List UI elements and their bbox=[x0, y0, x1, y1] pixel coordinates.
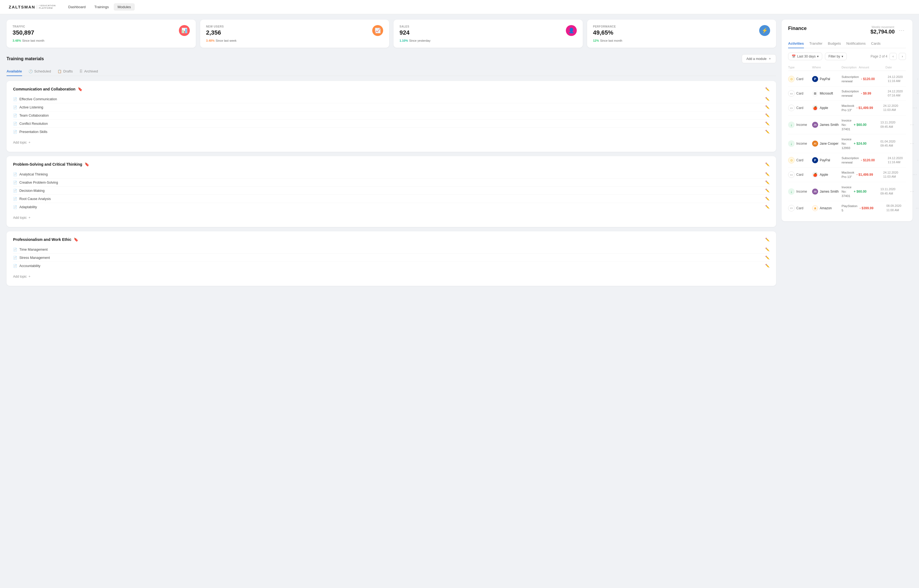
col-amount: Amount bbox=[859, 66, 883, 69]
logo: ZALTSMAN / EDUCATION PLATFORM bbox=[9, 5, 56, 10]
tx-more-button[interactable]: ··· bbox=[913, 105, 919, 110]
add-module-button[interactable]: Add a module ＋ bbox=[742, 54, 776, 63]
topic-edit-icon[interactable]: ✏️ bbox=[765, 197, 770, 201]
stats-row: TRAFFIC 350,897 📊 3.48% Since last month… bbox=[6, 19, 776, 48]
topic-edit-icon[interactable]: ✏️ bbox=[765, 130, 770, 134]
table-row: ▭ Card 🍎 Apple Macbook Pro 13" - $1,499.… bbox=[788, 101, 906, 115]
tx-more-button[interactable]: ··· bbox=[917, 77, 919, 81]
tx-date: 01.04.202009:45 AM bbox=[880, 139, 908, 148]
table-row: ↓ Income JC Jane Cooper Invoice No: 1299… bbox=[788, 134, 906, 153]
chevron-down-icon-2: ▾ bbox=[841, 55, 843, 58]
nav-trainings[interactable]: Trainings bbox=[91, 3, 113, 11]
topic-edit-icon[interactable]: ✏️ bbox=[765, 172, 770, 176]
tx-where: a Amazon bbox=[812, 205, 840, 211]
avatar: JS bbox=[812, 189, 818, 195]
tx-more-button[interactable]: ··· bbox=[917, 91, 919, 96]
nav-modules[interactable]: Modules bbox=[114, 3, 135, 11]
filter-by-button[interactable]: Filter by ▾ bbox=[825, 53, 847, 60]
topic-edit-icon[interactable]: ✏️ bbox=[765, 105, 770, 109]
bookmark-icon-0[interactable]: 🔖 bbox=[78, 87, 83, 91]
plus-icon: ＋ bbox=[28, 274, 31, 279]
add-topic-button-1[interactable]: Add topic ＋ bbox=[13, 214, 31, 221]
tx-where-name: James Smith bbox=[820, 123, 838, 127]
topic-edit-icon[interactable]: ✏️ bbox=[765, 247, 770, 252]
bookmark-icon-1[interactable]: 🔖 bbox=[84, 162, 89, 166]
finance-tabs: Activities Transfer Budgets Notification… bbox=[788, 39, 906, 48]
tx-type: ↓ Income bbox=[788, 141, 810, 147]
paypal-icon: P bbox=[812, 76, 818, 82]
tx-type: ▭ Card bbox=[788, 90, 810, 97]
stat-change-label-users: Since last week bbox=[216, 39, 237, 42]
tx-where: JS James Smith bbox=[812, 189, 840, 195]
edit-icon-0[interactable]: ✏️ bbox=[765, 87, 770, 91]
right-panel: Finance Weekly movement: $2,794.00 ··· A… bbox=[781, 19, 913, 290]
tx-more-button[interactable]: ··· bbox=[916, 206, 919, 211]
prev-page-button[interactable]: ‹ bbox=[890, 53, 896, 60]
topic-edit-icon[interactable]: ✏️ bbox=[765, 121, 770, 126]
finance-tab-notifications[interactable]: Notifications bbox=[846, 39, 866, 48]
finance-tab-activities[interactable]: Activities bbox=[788, 39, 804, 48]
tx-type: ▭ Card bbox=[788, 171, 810, 178]
topic-item: 📄Analytical Thinking ✏️ bbox=[13, 170, 770, 178]
tx-amount: + $60.00 bbox=[854, 123, 878, 127]
topic-item: 📄Time Management ✏️ bbox=[13, 246, 770, 254]
tx-where-name: Amazon bbox=[820, 206, 832, 210]
topic-edit-icon[interactable]: ✏️ bbox=[765, 180, 770, 184]
tx-more-button[interactable]: ··· bbox=[910, 189, 916, 194]
next-page-button[interactable]: › bbox=[899, 53, 906, 60]
tx-description: Subscription renewal bbox=[841, 89, 859, 98]
date-range-filter[interactable]: 📅 Last 30 days ▾ bbox=[788, 53, 822, 60]
topic-edit-icon[interactable]: ✏️ bbox=[765, 189, 770, 193]
type-icon: ↓ bbox=[788, 188, 795, 195]
bookmark-icon-2[interactable]: 🔖 bbox=[74, 237, 78, 242]
stat-change-sales: 1.10% Since yesterday bbox=[399, 39, 577, 42]
edit-icon-1[interactable]: ✏️ bbox=[765, 162, 770, 166]
topic-edit-icon[interactable]: ✏️ bbox=[765, 264, 770, 268]
topic-edit-icon[interactable]: ✏️ bbox=[765, 255, 770, 260]
finance-more-button[interactable]: ··· bbox=[898, 27, 906, 33]
edit-icon-2[interactable]: ✏️ bbox=[765, 237, 770, 242]
training-title: Training materials bbox=[6, 57, 44, 61]
finance-tab-transfer[interactable]: Transfer bbox=[809, 39, 822, 48]
topic-edit-icon[interactable]: ✏️ bbox=[765, 205, 770, 209]
filter-by-label: Filter by bbox=[828, 55, 840, 58]
transactions-table: Type Where Description Amount Date ⊙ Car… bbox=[788, 64, 906, 215]
finance-tab-budgets[interactable]: Budgets bbox=[828, 39, 841, 48]
tx-date: 24.12.202011:16 AM bbox=[888, 75, 915, 83]
finance-tab-cards[interactable]: Cards bbox=[871, 39, 880, 48]
tx-description: Invoice No: 37401 bbox=[841, 118, 851, 131]
table-row: ↓ Income JS James Smith Invoice No: 3740… bbox=[788, 116, 906, 134]
tx-where: 🍎 Apple bbox=[812, 105, 840, 111]
tx-more-button[interactable]: ··· bbox=[913, 172, 919, 177]
tx-more-button[interactable]: ··· bbox=[910, 141, 916, 146]
table-row: ⊙ Card P PayPal Subscription renewal - $… bbox=[788, 72, 906, 86]
tx-more-button[interactable]: ··· bbox=[917, 158, 919, 163]
col-date: Date bbox=[885, 66, 913, 69]
tab-archived[interactable]: 🗄 Archived bbox=[79, 67, 98, 76]
module-topics-1: 📄Analytical Thinking ✏️ 📄Creative Proble… bbox=[13, 170, 770, 211]
tx-description: PlayStation 5 bbox=[841, 204, 857, 213]
topic-item: 📄Decision-Making ✏️ bbox=[13, 187, 770, 195]
tx-where: JC Jane Cooper bbox=[812, 141, 840, 147]
nav-dashboard[interactable]: Dashboard bbox=[64, 3, 89, 11]
col-type: Type bbox=[788, 66, 810, 69]
type-icon: ▭ bbox=[788, 205, 795, 212]
table-row: ▭ Card ⊞ Microsoft Subscription renewal … bbox=[788, 86, 906, 101]
tx-more-button[interactable]: ··· bbox=[910, 122, 916, 127]
tab-scheduled[interactable]: 🕐 Scheduled bbox=[29, 67, 51, 76]
topic-edit-icon[interactable]: ✏️ bbox=[765, 97, 770, 101]
tx-where-name: Microsoft bbox=[820, 92, 833, 95]
add-topic-button-2[interactable]: Add topic ＋ bbox=[13, 273, 31, 280]
table-row: ↓ Income JS James Smith Invoice No: 3740… bbox=[788, 182, 906, 201]
tx-amount: - $1,499.99 bbox=[857, 173, 881, 176]
stat-value-users: 2,356 bbox=[206, 29, 224, 36]
tab-available[interactable]: Available bbox=[6, 67, 22, 76]
tx-description: Invoice No: 37401 bbox=[841, 185, 851, 198]
type-icon: ▭ bbox=[788, 90, 795, 97]
topic-edit-icon[interactable]: ✏️ bbox=[765, 113, 770, 118]
doc-icon: 📄 bbox=[13, 205, 17, 209]
tab-drafts[interactable]: 📋 Drafts bbox=[58, 67, 73, 76]
add-topic-button-0[interactable]: Add topic ＋ bbox=[13, 139, 31, 146]
calendar-icon: 📅 bbox=[792, 55, 796, 58]
tx-description: Macbook Pro 13" bbox=[841, 103, 854, 112]
